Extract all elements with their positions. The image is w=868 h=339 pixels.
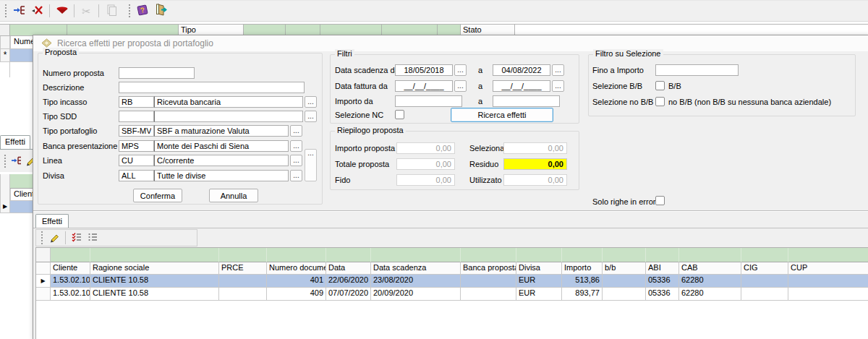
linea-browse-button[interactable]: ... <box>290 155 302 166</box>
list-plain-icon <box>87 231 98 245</box>
linea-desc-input[interactable] <box>154 155 289 166</box>
column-header-numero-documento[interactable]: Numero documento <box>267 262 326 275</box>
tab-effetti[interactable]: Effetti <box>35 214 69 228</box>
data-fattura-da-browse[interactable]: ... <box>454 80 467 92</box>
column-header-cab[interactable]: CAB <box>679 262 741 275</box>
button-edit[interactable] <box>47 231 61 245</box>
button-cut[interactable]: ✂ <box>78 3 95 20</box>
label-solo-righe-errore: Solo righe in errore <box>592 197 660 206</box>
importo-a-input[interactable] <box>493 95 560 107</box>
no-bb-checkbox[interactable] <box>655 97 665 106</box>
descrizione-input[interactable] <box>119 82 305 93</box>
label-descrizione: Descrizione <box>43 83 84 92</box>
button-help[interactable]: ? <box>135 3 151 20</box>
copy-pages-icon <box>105 4 118 19</box>
tree-link-icon[interactable] <box>11 155 22 168</box>
cell-bb <box>603 288 646 301</box>
column-header-banca-proposta[interactable]: Banca proposta <box>461 262 516 275</box>
background-tab-effetti[interactable]: Effetti <box>0 135 30 149</box>
column-header-data[interactable]: Data <box>326 262 371 275</box>
cell-prce <box>219 288 267 301</box>
button-select-all[interactable] <box>69 231 84 245</box>
data-scadenza-da-browse[interactable]: ... <box>454 64 467 76</box>
button-delete[interactable] <box>29 3 46 20</box>
button-deselect-all[interactable] <box>85 231 100 245</box>
banca-code-input[interactable] <box>119 140 154 152</box>
tipo-portafoglio-code-input[interactable] <box>119 125 154 137</box>
main-toolbar: ✂ ? <box>0 0 868 22</box>
column-header-divisa[interactable]: Divisa <box>516 262 562 275</box>
numero-proposta-input[interactable] <box>119 67 195 79</box>
label-a: a <box>478 97 482 106</box>
importo-da-input[interactable] <box>395 95 462 107</box>
tipo-sdd-browse-button[interactable]: ... <box>305 111 317 122</box>
annulla-button[interactable]: Annulla <box>209 189 258 202</box>
button-red-top[interactable] <box>54 3 70 20</box>
tipo-sdd-code-input[interactable] <box>119 111 154 122</box>
background-band-tipo[interactable]: Tipo <box>179 25 244 35</box>
data-scadenza-da-input[interactable] <box>395 64 453 76</box>
background-marker-column <box>0 62 10 77</box>
dialog-titlebar[interactable]: Ricerca effetti per proposta di portafog… <box>33 35 868 51</box>
tipo-portafoglio-desc-input[interactable] <box>154 125 289 137</box>
ricerca-effetti-button[interactable]: Ricerca effetti <box>451 108 553 122</box>
column-header-cig[interactable]: CIG <box>741 262 788 275</box>
grid-band-cell <box>516 248 562 262</box>
linea-code-input[interactable] <box>119 155 154 166</box>
conferma-button[interactable]: Conferma <box>133 189 182 202</box>
fido-value: 0,00 <box>396 174 455 186</box>
bb-checkbox[interactable] <box>655 81 665 90</box>
button-copy[interactable] <box>103 3 119 20</box>
toolbar-grip[interactable] <box>4 4 7 17</box>
data-fattura-a-input[interactable] <box>493 80 550 92</box>
data-scadenza-a-input[interactable] <box>493 64 550 76</box>
label-bb-check: B/B <box>668 82 681 90</box>
grid-row[interactable]: ▶1.53.02.10.58CLIENTE 10.5840122/06/2020… <box>36 275 868 288</box>
grid-header-row: ClienteRagione socialePRCENumero documen… <box>36 262 868 275</box>
totale-proposta-value: 0,00 <box>396 158 455 170</box>
tipo-incasso-code-input[interactable] <box>119 96 154 108</box>
background-star-marker: * <box>0 49 10 62</box>
column-header-data-scadenza[interactable]: Data scadenza <box>371 262 461 275</box>
toolbar-separator <box>74 4 75 17</box>
column-header-cup[interactable]: CUP <box>788 262 868 275</box>
tipo-incasso-desc-input[interactable] <box>154 96 303 108</box>
solo-righe-errore-checkbox[interactable] <box>655 196 665 205</box>
scissors-icon: ✂ <box>82 6 91 17</box>
banca-desc-input[interactable] <box>154 140 289 152</box>
data-fattura-da-input[interactable] <box>395 80 453 92</box>
column-header-importo[interactable]: Importo <box>562 262 603 275</box>
column-header-prce[interactable]: PRCE <box>219 262 267 275</box>
label-tipo-sdd: Tipo SDD <box>43 112 77 121</box>
toolbar-grip[interactable] <box>128 4 131 17</box>
grid-row[interactable]: 1.53.02.10.58CLIENTE 10.5840907/07/20202… <box>36 288 868 301</box>
grid-header-marker-cell <box>36 262 51 275</box>
label-fino-a-importo: Fino a Importo <box>592 66 644 74</box>
background-band-stato[interactable]: Stato <box>461 25 515 35</box>
banca-browse-button[interactable]: ... <box>290 140 302 152</box>
button-exit[interactable] <box>153 3 169 20</box>
toolbar-grip[interactable] <box>4 155 7 168</box>
side-scroll-strip[interactable]: ... <box>305 149 317 181</box>
divisa-browse-button[interactable]: ... <box>290 170 302 181</box>
tipo-portafoglio-browse-button[interactable]: ... <box>290 125 302 137</box>
selezionato-value: 0,00 <box>503 142 567 154</box>
column-header-ragione-sociale[interactable]: Ragione sociale <box>90 262 219 275</box>
cell-data-scadenza: 20/09/2020 <box>371 288 461 301</box>
toolbar-grip[interactable] <box>41 231 43 244</box>
divisa-desc-input[interactable] <box>154 170 289 181</box>
selezione-nc-checkbox[interactable] <box>395 110 404 119</box>
cell-divisa: EUR <box>516 275 562 288</box>
column-header-cliente[interactable]: Cliente <box>51 262 90 275</box>
tipo-incasso-browse-button[interactable]: ... <box>305 96 317 108</box>
data-fattura-a-browse[interactable]: ... <box>552 80 564 92</box>
column-header-bb[interactable]: b/b <box>603 262 646 275</box>
fino-a-importo-input[interactable] <box>655 64 739 76</box>
column-header-abi[interactable]: ABI <box>646 262 679 275</box>
group-proposta-title: Proposta <box>43 48 79 56</box>
grid-band-cell <box>788 248 868 262</box>
tipo-sdd-desc-input[interactable] <box>154 111 303 122</box>
divisa-code-input[interactable] <box>119 170 154 181</box>
button-tree-link[interactable] <box>11 3 27 20</box>
data-scadenza-a-browse[interactable]: ... <box>552 64 564 76</box>
